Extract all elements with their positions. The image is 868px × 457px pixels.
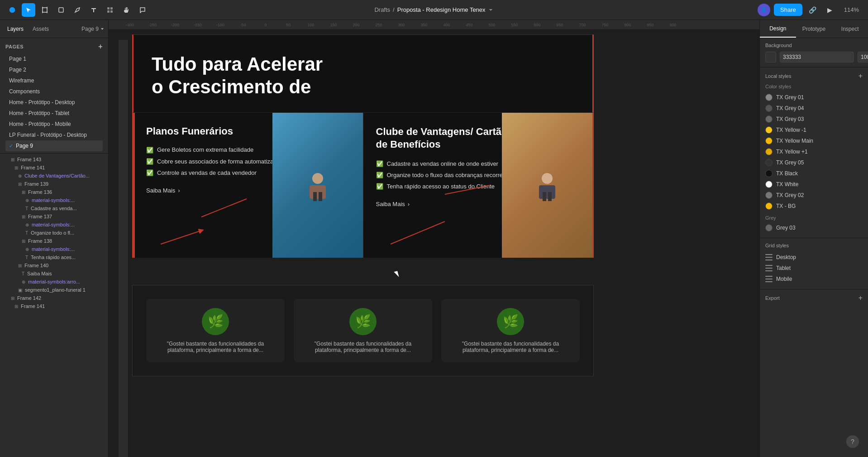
style-item-bg[interactable]: TX - BG (765, 201, 863, 212)
add-export-button[interactable]: + (858, 294, 863, 302)
frame-icon: ⊞ (22, 214, 25, 219)
layer-frame141[interactable]: ⊞ Frame 141 (0, 164, 108, 172)
tab-assets[interactable]: Assets (29, 24, 52, 34)
breadcrumb-separator: / (393, 6, 395, 13)
style-item-yellow-1[interactable]: TX Yellow -1 (765, 125, 863, 135)
select-tool[interactable] (22, 3, 35, 17)
card2: Clube de Vantagens/ Cartão de Benefícios… (363, 113, 593, 258)
layer-frame139[interactable]: ⊞ Frame 139 (0, 180, 108, 188)
shape-tool[interactable] (54, 3, 68, 17)
color-swatch-grey04 (765, 105, 773, 112)
page-item-home-tablet[interactable]: Home - Protótipo - Tablet (5, 108, 103, 119)
component-icon: ⊕ (25, 222, 29, 227)
grid-style-desktop[interactable]: Desktop (765, 252, 863, 263)
tab-design[interactable]: Design (760, 20, 796, 38)
color-styles-label: Color styles (765, 84, 863, 89)
check-icon: ✅ (146, 169, 153, 176)
right-tabs: Design Prototype Inspect (760, 20, 868, 38)
component-tool[interactable] (103, 3, 117, 17)
hand-tool[interactable] (119, 3, 133, 17)
layer-material4[interactable]: ⊕ material-symbols:arro... (0, 278, 108, 286)
page-item-lp-funeral[interactable]: LP Funeral - Protótipo - Desktop (5, 130, 103, 140)
layer-frame138[interactable]: ⊞ Frame 138 (0, 237, 108, 245)
testimonial-text-1: "Gostei bastante das funcionalidades da … (155, 341, 276, 353)
breadcrumb-title[interactable]: Proposta - Redesign Home Tenex (397, 6, 486, 13)
grid-style-mobile[interactable]: Mobile (765, 274, 863, 284)
pen-tool[interactable] (71, 3, 84, 17)
person-illustration2 (529, 167, 565, 203)
tab-prototype[interactable]: Prototype (796, 20, 832, 38)
page-item-page2[interactable]: Page 2 (5, 64, 103, 75)
add-style-button[interactable]: + (858, 72, 863, 80)
layer-frame141b[interactable]: ⊞ Frame 141 (0, 302, 108, 310)
svg-rect-6 (107, 7, 110, 10)
style-item-yellow+1[interactable]: TX Yellow +1 (765, 146, 863, 157)
card2-feature2: ✅ Organize todo o fluxo das cobranças re… (376, 172, 517, 178)
design-frame[interactable]: Tudo para Acelerar o Crescimento de Plan… (132, 34, 594, 376)
style-item-grey02[interactable]: TX Grey 02 (765, 190, 863, 201)
svg-rect-18 (543, 192, 546, 201)
text-tool[interactable] (87, 3, 100, 17)
share-button[interactable]: Share (774, 4, 802, 16)
style-item-grey01[interactable]: TX Grey 01 (765, 92, 863, 103)
canvas[interactable]: -300 -250 -200 -150 -100 -50 0 50 100 15… (109, 20, 759, 457)
page-item-page9[interactable]: ✓ Page 9 (5, 140, 103, 151)
style-item-white[interactable]: TX White (765, 179, 863, 190)
tab-inspect[interactable]: Inspect (832, 20, 868, 38)
arrow-icon: › (408, 201, 410, 207)
layer-organize[interactable]: T Organize todo o fl... (0, 229, 108, 237)
style-item-yellow-main[interactable]: TX Yellow Main (765, 135, 863, 146)
layer-frame140[interactable]: ⊞ Frame 140 (0, 261, 108, 269)
frame-tool[interactable] (38, 3, 52, 17)
background-opacity-input[interactable] (858, 52, 868, 63)
page-item-home-mobile[interactable]: Home - Protótipo - Mobile (5, 119, 103, 130)
style-item-grey03[interactable]: TX Grey 03 (765, 114, 863, 125)
grey-section-label: Grey (765, 215, 863, 221)
layer-saiba[interactable]: T Saiba Mais (0, 269, 108, 278)
ruler-horizontal: -300 -250 -200 -150 -100 -50 0 50 100 15… (109, 20, 759, 30)
layer-frame143[interactable]: ⊞ Frame 143 (0, 155, 108, 164)
layer-material3[interactable]: ⊕ material-symbols:... (0, 245, 108, 253)
comment-tool[interactable] (136, 3, 149, 17)
design-header: Tudo para Acelerar o Crescimento de (132, 34, 594, 112)
background-section: Background 👁 (760, 38, 868, 67)
tab-layers[interactable]: Layers (4, 24, 27, 34)
layer-frame142[interactable]: ⊞ Frame 142 (0, 294, 108, 302)
grid-mobile-label: Mobile (776, 276, 792, 282)
figma-menu-button[interactable] (5, 3, 19, 17)
background-color-input[interactable] (780, 52, 854, 63)
svg-rect-7 (110, 7, 113, 10)
style-item-black[interactable]: TX Black (765, 168, 863, 179)
canvas-gap (132, 258, 594, 285)
layer-cadastre[interactable]: T Cadastre as venda... (0, 204, 108, 212)
testimonial-text-3: "Gostei bastante das funcionalidades da … (450, 341, 571, 353)
canvas-content[interactable]: Tudo para Acelerar o Crescimento de Plan… (119, 30, 759, 457)
style-item-grey05[interactable]: TX Grey 05 (765, 157, 863, 168)
layer-frame136[interactable]: ⊞ Frame 136 (0, 188, 108, 196)
layer-frame137[interactable]: ⊞ Frame 137 (0, 212, 108, 221)
toolbar: Drafts / Proposta - Redesign Home Tenex … (0, 0, 868, 20)
page-item-components[interactable]: Components (5, 86, 103, 97)
play-button[interactable]: ▶ (823, 3, 837, 17)
page-item-page1[interactable]: Page 1 (5, 53, 103, 64)
check-icon: ✅ (376, 172, 383, 178)
style-item-grey03-sub[interactable]: Grey 03 (765, 222, 863, 233)
page-item-wireframe[interactable]: Wireframe (5, 75, 103, 86)
page-item-home-desktop[interactable]: Home - Protótipo - Desktop (5, 97, 103, 108)
layer-material1[interactable]: ⊕ material-symbols:... (0, 196, 108, 204)
zoom-level[interactable]: 114% (840, 5, 863, 15)
layer-segmento[interactable]: ▣ segmento1_plano-funeral 1 (0, 286, 108, 294)
page-selector[interactable]: Page 9 (81, 26, 105, 32)
layer-material2[interactable]: ⊕ material-symbols:... (0, 221, 108, 229)
breadcrumb-drafts[interactable]: Drafts (374, 6, 390, 13)
link-button[interactable]: 🔗 (806, 3, 820, 17)
grid-style-tablet[interactable]: Tablet (765, 263, 863, 274)
chevron-down-icon[interactable] (488, 7, 494, 13)
component-icon: ⊕ (18, 173, 22, 178)
add-page-button[interactable]: + (98, 43, 103, 51)
style-item-grey04[interactable]: TX Grey 04 (765, 103, 863, 114)
help-button[interactable]: ? (846, 435, 859, 448)
background-color-swatch[interactable] (765, 52, 776, 63)
layer-tenha[interactable]: T Tenha rápido aces... (0, 253, 108, 261)
layer-clube[interactable]: ⊕ Clube de Vantagens/Cartão... (0, 172, 108, 180)
